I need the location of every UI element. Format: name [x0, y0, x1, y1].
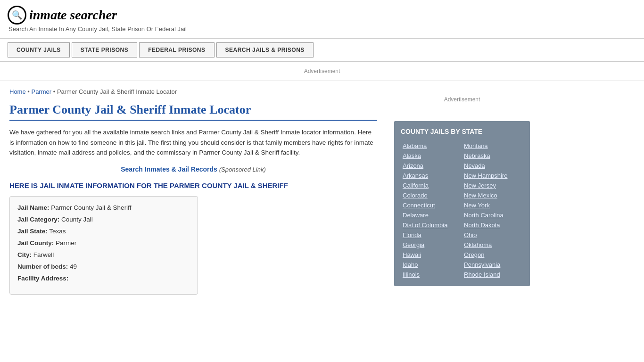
ad-banner: Advertisement	[0, 62, 644, 81]
sidebar-ad: Advertisement	[394, 85, 530, 114]
sponsored-text: (Sponsored Link)	[219, 166, 266, 173]
jail-county-value: Parmer	[56, 239, 76, 247]
state-link[interactable]: Arkansas	[401, 171, 462, 181]
state-link[interactable]: Idaho	[401, 260, 462, 270]
state-link[interactable]: Delaware	[401, 210, 462, 220]
state-link[interactable]: Alabama	[401, 141, 462, 151]
state-link[interactable]: Hawaii	[401, 250, 462, 260]
tagline: Search An Inmate In Any County Jail, Sta…	[8, 25, 636, 33]
state-box: COUNTY JAILS BY STATE AlabamaAlaskaArizo…	[394, 121, 530, 286]
state-link[interactable]: Nebraska	[462, 151, 523, 161]
state-link[interactable]: Colorado	[401, 190, 462, 200]
state-link[interactable]: Oklahoma	[462, 240, 523, 250]
description: We have gathered for you all the availab…	[9, 127, 377, 158]
breadcrumb-sep2: •	[51, 88, 57, 95]
jail-category-label: Jail Category:	[17, 216, 59, 223]
page-title: Parmer County Jail & Sheriff Inmate Loca…	[9, 103, 377, 121]
site-header: 🔍 inmate searcher Search An Inmate In An…	[0, 0, 644, 36]
breadcrumb-sep1: •	[26, 88, 32, 95]
state-link[interactable]: North Carolina	[462, 210, 523, 220]
state-link[interactable]: Pennsylvania	[462, 260, 523, 270]
state-link[interactable]: California	[401, 181, 462, 190]
state-link[interactable]: Connecticut	[401, 200, 462, 210]
logo-icon: 🔍	[8, 6, 26, 25]
jail-beds-value: 49	[70, 263, 77, 270]
state-link[interactable]: Florida	[401, 230, 462, 240]
jail-city-label: City:	[17, 251, 32, 258]
info-box-header: HERE IS JAIL INMATE INFORMATION FOR THE …	[9, 181, 377, 189]
state-columns: AlabamaAlaskaArizonaArkansasCaliforniaCo…	[401, 141, 523, 280]
state-link[interactable]: North Dakota	[462, 220, 523, 230]
jail-address-row: Facility Address:	[17, 275, 190, 282]
state-link[interactable]: Illinois	[401, 270, 462, 280]
logo-area: 🔍 inmate searcher	[8, 6, 636, 25]
jail-name-label: Jail Name:	[17, 204, 50, 211]
state-link[interactable]: Dist.of Columbia	[401, 220, 462, 230]
search-link-area: Search Inmates & Jail Records (Sponsored…	[9, 165, 377, 173]
state-link[interactable]: Nevada	[462, 161, 523, 171]
jail-county-label: Jail County:	[17, 239, 54, 247]
right-col: MontanaNebraskaNevadaNew HampshireNew Je…	[462, 141, 523, 280]
state-link[interactable]: Arizona	[401, 161, 462, 171]
jail-name-row: Jail Name: Parmer County Jail & Sheriff	[17, 204, 190, 211]
search-inmates-link[interactable]: Search Inmates & Jail Records	[121, 165, 217, 173]
state-link[interactable]: Georgia	[401, 240, 462, 250]
state-link[interactable]: Oregon	[462, 250, 523, 260]
jail-address-label: Facility Address:	[17, 275, 68, 282]
logo-text: inmate searcher	[29, 8, 117, 23]
jail-city-value: Farwell	[33, 251, 54, 258]
jail-county-row: Jail County: Parmer	[17, 239, 190, 247]
left-col: AlabamaAlaskaArizonaArkansasCaliforniaCo…	[401, 141, 462, 280]
sidebar-ad-label: Advertisement	[444, 96, 480, 103]
jail-state-value: Texas	[49, 228, 66, 235]
state-prisons-nav-btn[interactable]: STATE PRISONS	[72, 42, 137, 58]
jail-city-row: City: Farwell	[17, 251, 190, 258]
jail-category-value: County Jail	[61, 216, 93, 223]
jail-name-value: Parmer County Jail & Sheriff	[51, 204, 131, 211]
state-box-title: COUNTY JAILS BY STATE	[401, 128, 523, 135]
state-link[interactable]: Alaska	[401, 151, 462, 161]
content-area: Home • Parmer • Parmer County Jail & She…	[0, 81, 387, 302]
jail-state-label: Jail State:	[17, 228, 48, 235]
search-jails-nav-btn[interactable]: SEARCH JAILS & PRISONS	[216, 42, 314, 58]
jail-beds-label: Number of beds:	[17, 263, 68, 270]
county-jails-nav-btn[interactable]: COUNTY JAILS	[8, 42, 70, 58]
breadcrumb-current: Parmer County Jail & Sheriff Inmate Loca…	[57, 88, 177, 95]
state-link[interactable]: New Mexico	[462, 190, 523, 200]
federal-prisons-nav-btn[interactable]: FEDERAL PRISONS	[139, 42, 214, 58]
state-link[interactable]: New Hampshire	[462, 171, 523, 181]
sidebar: Advertisement COUNTY JAILS BY STATE Alab…	[387, 81, 537, 302]
jail-info-card: Jail Name: Parmer County Jail & Sheriff …	[9, 196, 198, 295]
state-link[interactable]: Rhode Island	[462, 270, 523, 280]
state-link[interactable]: Montana	[462, 141, 523, 151]
jail-category-row: Jail Category: County Jail	[17, 216, 190, 223]
main-layout: Home • Parmer • Parmer County Jail & She…	[0, 81, 644, 302]
breadcrumb-parmer[interactable]: Parmer	[31, 88, 51, 95]
jail-beds-row: Number of beds: 49	[17, 263, 190, 270]
breadcrumb: Home • Parmer • Parmer County Jail & She…	[9, 88, 377, 95]
jail-state-row: Jail State: Texas	[17, 228, 190, 235]
state-link[interactable]: Ohio	[462, 230, 523, 240]
state-link[interactable]: New Jersey	[462, 181, 523, 190]
state-link[interactable]: New York	[462, 200, 523, 210]
ad-banner-label: Advertisement	[304, 68, 340, 74]
main-nav: COUNTY JAILS STATE PRISONS FEDERAL PRISO…	[0, 38, 644, 62]
breadcrumb-home[interactable]: Home	[9, 88, 26, 95]
